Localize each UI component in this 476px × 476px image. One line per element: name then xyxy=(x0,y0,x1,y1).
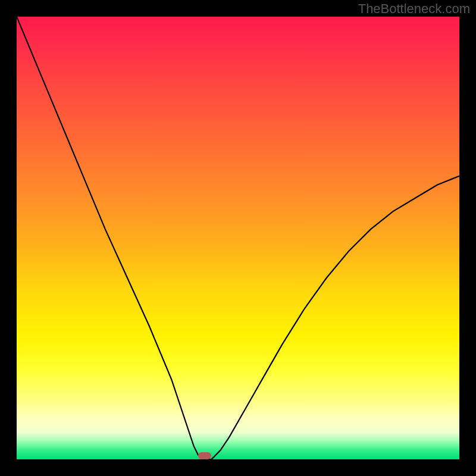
chart-curve-svg xyxy=(17,17,459,459)
bottleneck-curve-path xyxy=(17,17,459,459)
watermark-text: TheBottleneck.com xyxy=(358,1,470,17)
optimal-point-marker xyxy=(198,452,211,459)
chart-plot-area xyxy=(17,17,459,459)
